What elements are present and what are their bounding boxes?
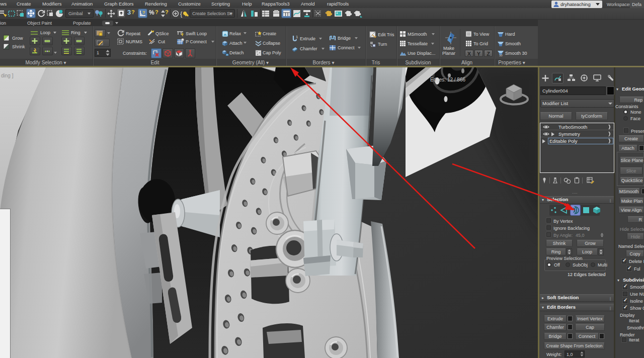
svg-text:Edges: 12 / 866: Edges: 12 / 866 <box>430 77 465 82</box>
svg-text:?: ? <box>155 9 158 15</box>
svg-text:?: ? <box>131 9 135 15</box>
svg-text:1: 1 <box>296 35 298 39</box>
svg-text:30: 30 <box>499 54 503 56</box>
svg-text:ding ]: ding ] <box>1 73 14 78</box>
svg-text:?: ? <box>142 10 145 15</box>
svg-text:{: { <box>180 10 183 18</box>
svg-text:?: ? <box>165 9 169 15</box>
